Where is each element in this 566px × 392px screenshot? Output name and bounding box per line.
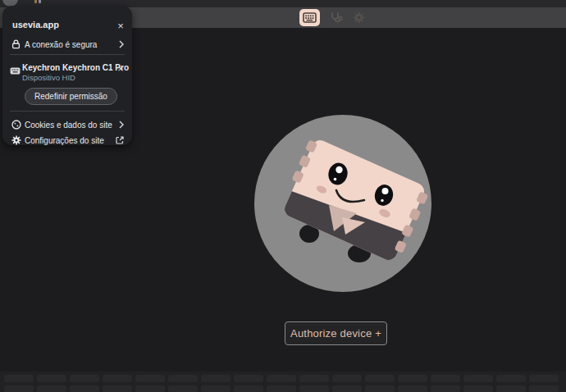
tab-settings[interactable]: [352, 11, 366, 25]
ghost-key: [103, 375, 132, 382]
device-type-label: Dispositivo HID: [22, 73, 75, 82]
cookies-row[interactable]: Cookies e dados do site: [2, 116, 132, 133]
cookie-icon: [11, 120, 21, 130]
reset-permission-button[interactable]: Redefinir permissão: [25, 88, 117, 105]
ghost-key: [168, 375, 198, 382]
url-text-fragment: [39, 0, 41, 3]
ghost-keymap-strip: [0, 371, 566, 392]
ghost-key: [431, 375, 460, 382]
popup-close-button[interactable]: ×: [115, 20, 126, 31]
url-text-fragment: [34, 0, 37, 3]
divider: [10, 111, 125, 112]
gear-icon: [353, 11, 365, 24]
ghost-key: [4, 385, 34, 392]
ghost-key: [135, 385, 165, 392]
ghost-key: [37, 375, 66, 382]
ghost-key: [37, 385, 66, 392]
ghost-key: [201, 375, 231, 382]
ghost-key: [267, 385, 296, 392]
ghost-key: [496, 375, 526, 382]
site-settings-label: Configurações do site: [25, 136, 104, 145]
connection-secure-row[interactable]: A conexão é segura: [2, 36, 132, 52]
chevron-right-icon: [119, 121, 124, 129]
stethoscope-icon: [330, 11, 343, 25]
cookies-label: Cookies e dados do site: [25, 121, 112, 130]
ghost-key: [4, 375, 34, 382]
ghost-key: [103, 385, 132, 392]
ghost-key: [168, 385, 198, 392]
ghost-key: [267, 375, 296, 382]
ghost-key: [398, 385, 427, 392]
site-info-popup: usevia.app × A conexão é segura: [2, 6, 132, 145]
ghost-key: [299, 385, 329, 392]
lock-icon: [11, 39, 21, 50]
keyboard-icon: [303, 12, 317, 23]
ghost-key: [332, 375, 362, 382]
ghost-key: [70, 375, 99, 382]
ghost-key: [70, 385, 99, 392]
ghost-key: [529, 385, 559, 392]
authorize-device-button[interactable]: Authorize device +: [285, 321, 387, 345]
keyboard-device-icon: [10, 63, 21, 78]
ghost-key: [234, 385, 263, 392]
ghost-key: [299, 375, 329, 382]
ghost-key: [365, 385, 395, 392]
browser-window: Authorize device + usevia.app × A conexã…: [0, 0, 566, 392]
chevron-right-icon: [119, 40, 124, 48]
device-remove-button[interactable]: ×: [115, 62, 126, 74]
ghost-key: [496, 385, 526, 392]
gear-icon: [11, 135, 21, 146]
external-link-icon: [116, 136, 124, 144]
ghost-key: [463, 385, 493, 392]
connection-secure-label: A conexão é segura: [25, 40, 97, 49]
device-name: Keychron Keychron C1 Pro: [22, 63, 129, 72]
ghost-key: [463, 375, 493, 382]
ghost-key: [234, 375, 263, 382]
ghost-key: [365, 375, 395, 382]
tab-matrix-tester[interactable]: [329, 11, 343, 25]
divider: [10, 54, 125, 55]
ghost-key: [135, 375, 165, 382]
ghost-key: [431, 385, 460, 392]
site-settings-row[interactable]: Configurações do site: [2, 132, 132, 148]
tab-keyboard-configure[interactable]: [299, 9, 320, 26]
ghost-key: [332, 385, 362, 392]
popup-site-title: usevia.app: [12, 20, 59, 30]
via-mascot: [244, 105, 441, 302]
ghost-key: [398, 375, 427, 382]
ghost-key: [529, 375, 559, 382]
ghost-key: [201, 385, 231, 392]
